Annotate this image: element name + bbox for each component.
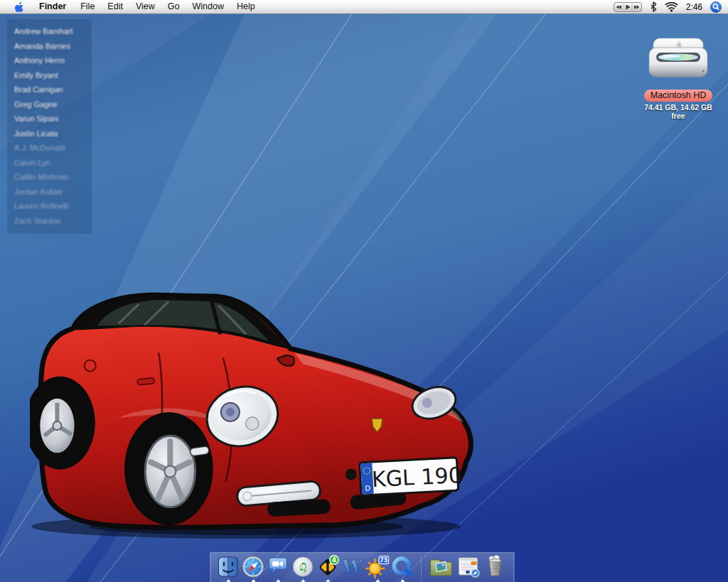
word-letter: W <box>341 556 363 578</box>
updates-sign-icon: 4 <box>316 555 339 578</box>
menu-item-file[interactable]: File <box>74 0 101 14</box>
minimized-window-icon <box>455 555 481 578</box>
buddy-name[interactable]: Zach Stanton <box>14 214 86 229</box>
weather-badge: 75 <box>380 557 388 564</box>
itunes-note-glyph: ♫ <box>298 560 308 573</box>
quicktime-icon <box>390 555 414 578</box>
dock-minimized-window[interactable] <box>455 554 481 582</box>
dock-divider <box>421 556 422 582</box>
menu-bar: Finder File Edit View Go Window Help <box>0 0 728 14</box>
buddy-list: Andrew Barnhart Amanda Barnes Anthony He… <box>7 19 92 234</box>
menu-clock[interactable]: 2:46 <box>686 2 702 12</box>
buddy-name[interactable]: Greg Gagne <box>14 97 86 112</box>
menu-item-view[interactable]: View <box>129 0 161 14</box>
plate-number: KGL 190 <box>371 463 463 492</box>
bluetooth-icon[interactable] <box>650 1 657 12</box>
apple-icon <box>14 1 24 13</box>
buddy-name[interactable]: Anthony Herro <box>14 53 86 68</box>
itunes-icon: ♫ <box>291 555 314 578</box>
spotlight-icon[interactable] <box>710 1 722 13</box>
volume-label[interactable]: Macintosh HD <box>644 90 713 102</box>
wifi-icon[interactable] <box>665 2 678 12</box>
car-illustration: D KGL 190 <box>30 290 476 540</box>
running-indicator <box>300 579 306 582</box>
buddy-name[interactable]: Andrew Barnhart <box>14 24 86 39</box>
running-indicator <box>225 579 231 582</box>
buddy-name[interactable]: A.J. McDonald <box>14 141 86 156</box>
buddy-name[interactable]: Lauren Rofinelli <box>14 199 86 214</box>
menu-item-finder[interactable]: Finder <box>31 0 74 14</box>
buddy-name[interactable]: Jordan Kubler <box>14 185 86 200</box>
safari-icon <box>241 555 264 578</box>
license-plate: D KGL 190 <box>360 457 463 495</box>
dock-quicktime[interactable] <box>390 554 414 582</box>
volume-info: 74.41 GB, 14.62 GB free <box>638 103 718 120</box>
dock-safari[interactable] <box>241 554 264 582</box>
menu-item-go[interactable]: Go <box>161 0 186 14</box>
word-icon: W <box>341 555 364 578</box>
running-indicator <box>250 579 256 582</box>
dock-ichat[interactable] <box>266 554 289 582</box>
buddy-name[interactable]: Varun Sipani <box>14 112 86 126</box>
updates-badge: 4 <box>332 556 336 564</box>
trash-full-icon <box>482 554 508 578</box>
dock-finder[interactable] <box>216 554 240 582</box>
buddy-name[interactable]: Calvin Lyn <box>14 156 86 171</box>
macintosh-hd-icon[interactable]: Macintosh HD 74.41 GB, 14.62 GB free <box>638 34 718 120</box>
dock: ♫ 4 W <box>210 552 514 582</box>
dock-updates-app[interactable]: 4 <box>316 554 339 582</box>
buddy-name[interactable]: Amanda Barnes <box>14 39 86 54</box>
buddy-name[interactable]: Caitlin Mortman <box>14 170 86 185</box>
running-indicator <box>375 579 380 582</box>
menu-item-help[interactable]: Help <box>230 0 262 14</box>
buddy-name[interactable]: Justin Licata <box>14 126 86 141</box>
documents-folder-icon <box>428 555 454 578</box>
menu-item-edit[interactable]: Edit <box>101 0 129 14</box>
ichat-icon <box>266 555 289 578</box>
dock-trash[interactable] <box>482 554 508 582</box>
menu-item-window[interactable]: Window <box>186 0 230 14</box>
mac-mini-drive-icon <box>643 34 714 81</box>
apple-menu[interactable] <box>7 0 31 14</box>
buddy-name[interactable]: Emily Bryant <box>14 68 86 83</box>
dock-word[interactable]: W <box>341 554 364 582</box>
desktop[interactable]: Finder File Edit View Go Window Help <box>0 0 728 582</box>
buddy-name[interactable]: Brad Carrigan <box>14 82 86 97</box>
dock-documents-folder[interactable] <box>428 554 454 582</box>
running-indicator <box>325 579 331 582</box>
dock-weather[interactable]: 75 <box>365 554 389 582</box>
running-indicator <box>275 579 281 582</box>
finder-icon <box>216 555 240 578</box>
plate-country: D <box>365 484 371 492</box>
dock-itunes[interactable]: ♫ <box>291 554 314 582</box>
playback-controls[interactable] <box>614 2 642 12</box>
weather-sun-icon: 75 <box>365 555 389 578</box>
running-indicator <box>400 579 405 582</box>
